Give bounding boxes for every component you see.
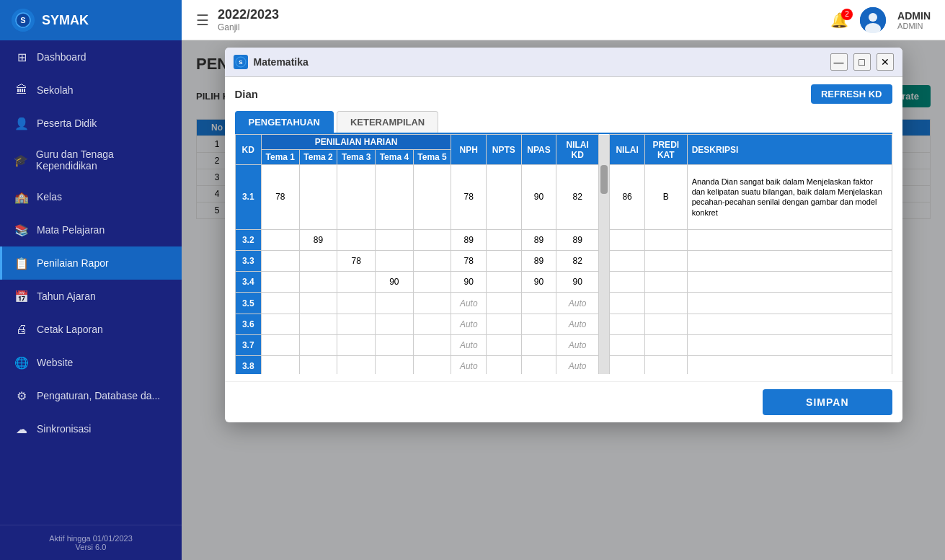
cell-npts[interactable] (487, 229, 522, 250)
cell-nilai (610, 356, 645, 374)
cell-tema5[interactable] (413, 335, 451, 356)
cell-tema2[interactable] (299, 250, 337, 271)
cell-deskripsi (687, 356, 892, 374)
cell-npts[interactable] (487, 272, 522, 293)
cell-tema4[interactable] (376, 250, 414, 271)
sidebar-item-mata-pelajaran[interactable]: 📚 Mata Pelajaran (0, 213, 182, 246)
sidebar-item-label: Website (37, 357, 73, 368)
cell-tema4[interactable] (376, 293, 414, 314)
cell-tema3[interactable] (337, 272, 376, 293)
cell-tema2[interactable] (299, 293, 337, 314)
penilaian-table: KD PENILAIAN HARIAN NPH NPTS NPAS NILAI … (235, 134, 892, 374)
cell-tema5[interactable] (413, 250, 451, 271)
footer-line2: Versi 6.0 (12, 543, 170, 551)
table-row: 3.4909090 (235, 272, 892, 293)
cell-tema1[interactable] (261, 250, 299, 271)
cell-npts[interactable] (487, 356, 522, 374)
table-row: 3.178908286BAnanda Dian sangat baik dala… (235, 165, 892, 230)
cell-tema1[interactable] (261, 165, 299, 230)
cell-tema2[interactable] (299, 335, 337, 356)
simpan-button[interactable]: SIMPAN (763, 389, 892, 415)
table-row: 3.5AutoAuto (235, 293, 892, 314)
sidebar-item-label: Peserta Didik (37, 117, 97, 129)
cell-npts[interactable] (487, 314, 522, 334)
cell-nilai (610, 250, 645, 271)
cell-tema4[interactable] (376, 335, 414, 356)
cell-tema5[interactable] (413, 229, 451, 250)
cell-tema2[interactable] (299, 272, 337, 293)
sekolah-icon: 🏛 (14, 82, 30, 98)
cell-tema5[interactable] (413, 293, 451, 314)
refresh-kd-button[interactable]: REFRESH KD (811, 84, 892, 104)
cell-tema1[interactable] (261, 314, 299, 334)
cell-tema4[interactable] (376, 272, 414, 293)
cell-tema1[interactable] (261, 229, 299, 250)
cell-npas (521, 356, 556, 374)
sidebar-item-guru[interactable]: 🎓 Guru dan Tenaga Kependidikan (0, 140, 182, 180)
tab-pengetahuan[interactable]: PENGETAHUAN (235, 111, 334, 133)
cell-tema3[interactable] (337, 250, 376, 271)
cell-npts[interactable] (487, 250, 522, 271)
th-deskripsi: DESKRIPSI (687, 135, 892, 165)
sidebar-item-dashboard[interactable]: ⊞ Dashboard (0, 40, 182, 74)
sidebar-item-kelas[interactable]: 🏫 Kelas (0, 180, 182, 213)
minimize-button[interactable]: — (830, 53, 848, 71)
cell-tema5[interactable] (413, 272, 451, 293)
topbar-right: 🔔 2 ADMIN ADMIN (830, 7, 931, 33)
cell-nph: 78 (451, 165, 487, 230)
th-predikat: PREDI KAT (644, 135, 687, 165)
th-penilaian-harian: PENILAIAN HARIAN (261, 135, 451, 150)
sidebar-item-tahun-ajaran[interactable]: 📅 Tahun Ajaran (0, 280, 182, 313)
cell-tema2[interactable] (299, 356, 337, 374)
app-logo: S (12, 9, 35, 32)
cell-tema2[interactable] (299, 314, 337, 334)
th-nph: NPH (451, 135, 487, 165)
cell-predikat (644, 335, 687, 356)
close-button[interactable]: ✕ (877, 53, 894, 71)
cell-tema3[interactable] (337, 356, 376, 374)
sidebar-item-label: Sekolah (37, 84, 74, 96)
cell-tema2[interactable] (299, 229, 337, 250)
sidebar-item-label: Sinkronisasi (37, 423, 91, 435)
cell-tema3[interactable] (337, 293, 376, 314)
topbar: ☰ 2022/2023 Ganjil 🔔 2 ADMIN ADMIN (182, 0, 945, 40)
cell-npas: 90 (521, 272, 556, 293)
cell-nph: Auto (451, 356, 487, 374)
cell-tema3[interactable] (337, 229, 376, 250)
sidebar-item-website[interactable]: 🌐 Website (0, 346, 182, 379)
cell-tema5[interactable] (413, 356, 451, 374)
cell-npts[interactable] (487, 293, 522, 314)
cell-tema4[interactable] (376, 356, 414, 374)
hamburger-icon[interactable]: ☰ (196, 12, 209, 29)
cell-tema1[interactable] (261, 293, 299, 314)
cell-npts[interactable] (487, 335, 522, 356)
notification-button[interactable]: 🔔 2 (830, 12, 848, 29)
sidebar-item-pengaturan[interactable]: ⚙ Pengaturan, Database da... (0, 379, 182, 412)
tab-keterampilan[interactable]: KETERAMPILAN (337, 111, 438, 133)
cell-tema3[interactable] (337, 314, 376, 334)
cell-tema2[interactable] (299, 165, 337, 230)
cell-nilai-kd: Auto (556, 314, 599, 334)
sidebar-item-sinkronisasi[interactable]: ☁ Sinkronisasi (0, 412, 182, 445)
th-tema3: Tema 3 (337, 150, 376, 165)
modal-overlay: S Matematika — □ ✕ Dian REFR (182, 40, 945, 560)
sidebar-item-peserta-didik[interactable]: 👤 Peserta Didik (0, 107, 182, 140)
maximize-button[interactable]: □ (853, 53, 871, 71)
cell-tema5[interactable] (413, 165, 451, 230)
cell-tema3[interactable] (337, 165, 376, 230)
cell-npas: 90 (521, 165, 556, 230)
cell-tema1[interactable] (261, 356, 299, 374)
cell-tema1[interactable] (261, 335, 299, 356)
cell-nilai-kd: Auto (556, 335, 599, 356)
sidebar-item-sekolah[interactable]: 🏛 Sekolah (0, 74, 182, 107)
cell-tema1[interactable] (261, 272, 299, 293)
cell-tema3[interactable] (337, 335, 376, 356)
admin-name: ADMIN (897, 10, 931, 22)
cell-tema4[interactable] (376, 165, 414, 230)
sidebar-item-cetak-laporan[interactable]: 🖨 Cetak Laporan (0, 313, 182, 346)
cell-tema4[interactable] (376, 229, 414, 250)
cell-tema4[interactable] (376, 314, 414, 334)
sidebar-item-penilaian-rapor[interactable]: 📋 Penilaian Rapor (0, 246, 182, 280)
cell-npts[interactable] (487, 165, 522, 230)
cell-tema5[interactable] (413, 314, 451, 334)
